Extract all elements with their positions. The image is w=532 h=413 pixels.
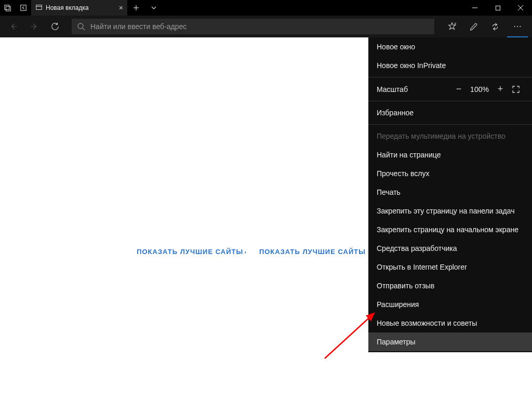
- new-tab-button[interactable]: [127, 0, 145, 16]
- close-tab-icon[interactable]: ×: [119, 4, 123, 12]
- minimize-button[interactable]: [463, 0, 486, 16]
- tab-aside-icon[interactable]: [0, 0, 16, 16]
- close-window-button[interactable]: [509, 0, 532, 16]
- svg-line-12: [83, 28, 85, 30]
- menu-pin-taskbar[interactable]: Закрепить эту страницу на панели задач: [368, 202, 532, 220]
- search-icon: [77, 22, 85, 31]
- maximize-button[interactable]: [486, 0, 509, 16]
- back-button[interactable]: [4, 17, 23, 36]
- svg-rect-8: [496, 6, 500, 10]
- fullscreen-button[interactable]: [508, 86, 524, 93]
- menu-pin-start[interactable]: Закрепить страницу на начальном экране: [368, 220, 532, 239]
- svg-point-15: [514, 26, 515, 27]
- menu-separator: [368, 77, 532, 77]
- menu-separator: [368, 101, 532, 101]
- svg-rect-1: [6, 6, 11, 11]
- zoom-label: Масштаб: [377, 85, 451, 94]
- menu-new-inprivate[interactable]: Новое окно InPrivate: [368, 56, 532, 75]
- menu-open-ie[interactable]: Открыть в Internet Explorer: [368, 258, 532, 276]
- svg-rect-3: [36, 5, 42, 10]
- show-top-sites-link[interactable]: ПОКАЗАТЬ ЛУЧШИЕ САЙТЫ›: [137, 248, 247, 256]
- svg-point-17: [520, 26, 521, 27]
- tab-dropdown-button[interactable]: [145, 0, 163, 16]
- address-bar[interactable]: Найти или ввести веб-адрес: [72, 19, 434, 34]
- menu-read-aloud[interactable]: Прочесть вслух: [368, 164, 532, 183]
- menu-find-on-page[interactable]: Найти на странице: [368, 145, 532, 164]
- menu-extensions[interactable]: Расширения: [368, 295, 532, 314]
- menu-whats-new[interactable]: Новые возможности и советы: [368, 314, 532, 332]
- tab-active[interactable]: Новая вкладка ×: [31, 0, 127, 16]
- toolbar: Найти или ввести веб-адрес: [0, 16, 532, 37]
- notes-button[interactable]: [463, 17, 484, 36]
- set-aside-icon[interactable]: [16, 0, 31, 16]
- menu-settings[interactable]: Параметры: [368, 332, 532, 351]
- svg-point-11: [78, 23, 83, 29]
- svg-rect-2: [21, 5, 26, 11]
- titlebar: Новая вкладка ×: [0, 0, 532, 16]
- more-button[interactable]: [507, 17, 528, 36]
- zoom-out-button[interactable]: −: [451, 84, 467, 95]
- menu-feedback[interactable]: Отправить отзыв: [368, 276, 532, 295]
- menu-favorites[interactable]: Избранное: [368, 103, 532, 122]
- favorites-hub-button[interactable]: [442, 17, 462, 36]
- svg-rect-0: [5, 5, 9, 10]
- zoom-value: 100%: [467, 85, 493, 94]
- page-icon: [35, 4, 43, 11]
- address-placeholder: Найти или ввести веб-адрес: [90, 22, 187, 31]
- tab-title: Новая вкладка: [46, 4, 89, 11]
- refresh-button[interactable]: [46, 17, 64, 36]
- menu-dev-tools[interactable]: Средства разработчика: [368, 239, 532, 258]
- chevron-right-icon: ›: [244, 249, 247, 255]
- menu-print[interactable]: Печать: [368, 183, 532, 202]
- menu-zoom: Масштаб − 100% +: [368, 79, 532, 99]
- menu-separator: [368, 124, 532, 125]
- share-button[interactable]: [485, 17, 506, 36]
- svg-point-16: [517, 26, 518, 27]
- window-controls: [463, 0, 532, 16]
- forward-button[interactable]: [25, 17, 44, 36]
- settings-menu: Новое окно Новое окно InPrivate Масштаб …: [368, 37, 532, 352]
- zoom-in-button[interactable]: +: [493, 84, 508, 95]
- menu-cast-media: Передать мультимедиа на устройство: [368, 127, 532, 145]
- menu-new-window[interactable]: Новое окно: [368, 37, 532, 56]
